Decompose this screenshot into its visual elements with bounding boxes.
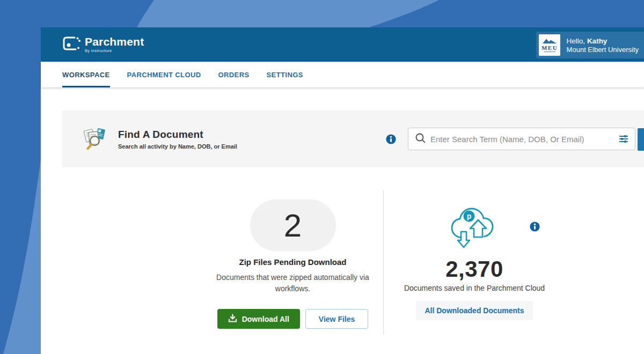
parchment-cloud-icon: p	[448, 204, 501, 253]
tab-orders[interactable]: ORDERS	[218, 62, 250, 87]
parchment-logo-icon	[62, 36, 80, 53]
cloud-documents-card: p 2,370 Documents saved in the Parchment…	[384, 190, 565, 334]
filter-icon[interactable]	[618, 133, 630, 145]
search-input[interactable]	[430, 135, 618, 144]
view-files-button[interactable]: View Files	[305, 309, 368, 329]
tab-workspace[interactable]: WORKSPACE	[62, 62, 110, 87]
zip-count: 2	[284, 207, 302, 244]
zip-card-title: Zip Files Pending Download	[239, 257, 346, 267]
workspace-cards: 2 Zip Files Pending Download Documents t…	[202, 190, 565, 334]
parchment-logo: Parchment By Instructure	[62, 36, 144, 53]
search-submit-button[interactable]	[638, 128, 644, 151]
cloud-document-count: 2,370	[445, 257, 503, 281]
user-greeting: Hello, Kathy	[567, 37, 608, 45]
organization-logo-text: MEU	[541, 45, 558, 51]
tab-parchment-cloud[interactable]: PARCHMENT CLOUD	[127, 62, 201, 87]
zip-count-pill: 2	[250, 200, 336, 251]
brand-byline: By Instructure	[85, 48, 144, 53]
find-document-subtitle: Search all activity by Name, DOB, or Ema…	[118, 143, 237, 150]
search-info-icon[interactable]	[386, 134, 396, 144]
tab-settings[interactable]: SETTINGS	[267, 62, 303, 87]
user-organization: Mount Elbert University	[567, 46, 639, 54]
download-all-button[interactable]: Download All	[217, 309, 300, 329]
search-icon	[415, 132, 426, 146]
cloud-card-description: Documents saved in the Parchment Cloud	[404, 284, 545, 292]
zip-files-card: 2 Zip Files Pending Download Documents t…	[202, 190, 384, 334]
find-document-title: Find A Document	[118, 129, 237, 141]
app-header: Parchment By Instructure MEU Hello, Kath…	[41, 27, 644, 62]
cloud-icon-letter: p	[467, 212, 472, 220]
download-icon	[228, 314, 237, 324]
user-name: Kathy	[587, 37, 608, 45]
user-account-menu[interactable]: MEU Hello, Kathy Mount Elbert University	[536, 32, 644, 58]
organization-logo: MEU	[539, 34, 560, 56]
zip-card-description: Documents that were zipped automatically…	[215, 272, 371, 294]
primary-nav: WORKSPACE PARCHMENT CLOUD ORDERS SETTING…	[41, 62, 644, 87]
app-window: Parchment By Instructure MEU Hello, Kath…	[41, 27, 644, 354]
brand-name: Parchment	[85, 36, 144, 48]
find-document-panel: Find A Document Search all activity by N…	[62, 110, 644, 167]
search-box	[408, 128, 635, 150]
all-downloaded-documents-button[interactable]: All Downloaded Documents	[416, 301, 533, 320]
cloud-info-icon[interactable]	[530, 222, 540, 232]
find-document-icon	[83, 125, 108, 153]
download-all-label: Download All	[242, 315, 289, 323]
